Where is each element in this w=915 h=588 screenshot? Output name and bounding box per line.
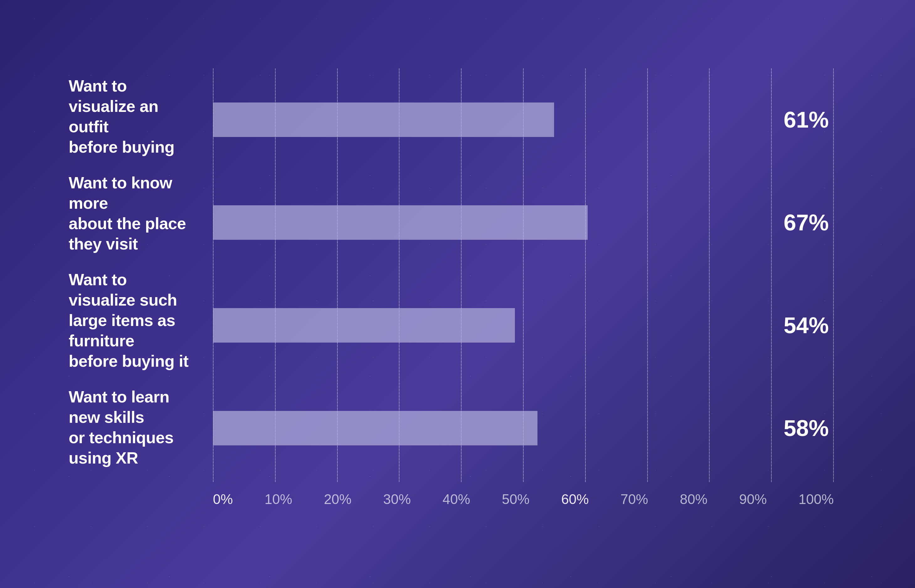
y-label-furniture: Want to visualize suchlarge items as fur…: [69, 270, 194, 372]
chart-area: 61% 67% 54%: [213, 68, 834, 507]
bar-fill-furniture: [213, 308, 515, 342]
bar-track-outfit: [213, 102, 772, 137]
bar-pct-place: 67%: [784, 210, 834, 235]
bars-wrapper: 61% 67% 54%: [213, 68, 834, 482]
bar-track-furniture: [213, 308, 772, 342]
bar-row-furniture: 54%: [213, 300, 834, 351]
x-label-80: 80%: [680, 491, 707, 507]
bar-row-place: 67%: [213, 197, 834, 248]
x-label-90: 90%: [739, 491, 767, 507]
x-label-30: 30%: [383, 491, 411, 507]
bar-fill-outfit: [213, 102, 554, 137]
y-label-outfit: Want to visualize an outfitbefore buying: [69, 76, 194, 157]
bar-pct-outfit: 61%: [784, 107, 834, 132]
chart-main: Want to visualize an outfitbefore buying…: [69, 68, 834, 507]
x-label-60: 60%: [561, 491, 589, 507]
bar-track-place: [213, 205, 772, 240]
x-label-100: 100%: [799, 491, 834, 507]
x-label-0: 0%: [213, 491, 233, 507]
bar-row-skills: 58%: [213, 403, 834, 453]
x-label-10: 10%: [265, 491, 292, 507]
y-labels: Want to visualize an outfitbefore buying…: [69, 68, 213, 507]
x-label-40: 40%: [443, 491, 470, 507]
x-label-50: 50%: [502, 491, 529, 507]
x-label-70: 70%: [621, 491, 648, 507]
chart-container: Want to visualize an outfitbefore buying…: [50, 43, 865, 545]
x-label-20: 20%: [324, 491, 351, 507]
bar-row-outfit: 61%: [213, 95, 834, 145]
y-label-place: Want to know moreabout the place they vi…: [69, 173, 194, 254]
x-axis: 0% 10% 20% 30% 40% 50% 60% 70% 80% 90% 1…: [213, 491, 834, 507]
y-label-skills: Want to learn new skillsor techniques us…: [69, 387, 194, 468]
bar-fill-place: [213, 205, 588, 240]
bar-track-skills: [213, 411, 772, 445]
bar-pct-furniture: 54%: [784, 312, 834, 338]
bar-pct-skills: 58%: [784, 415, 834, 441]
bar-fill-skills: [213, 411, 537, 445]
